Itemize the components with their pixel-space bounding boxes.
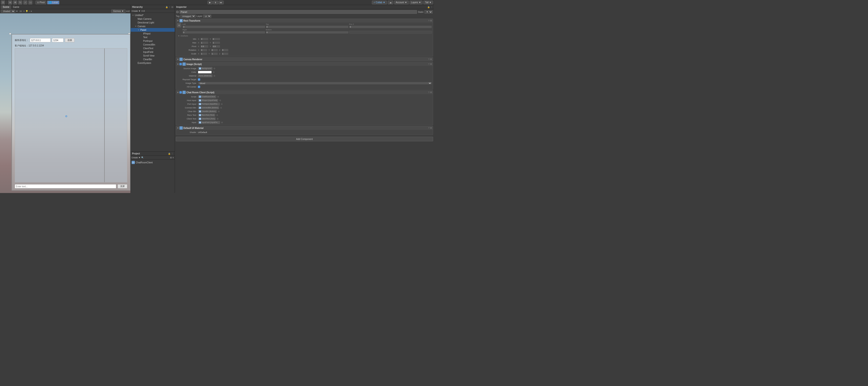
source-image-ref[interactable]: ▣ Background — [198, 67, 212, 70]
tree-item-main-camera[interactable]: Main Camera — [131, 17, 175, 21]
img-settings-icon[interactable]: ⚙ — [430, 63, 432, 65]
project-create[interactable]: Create ▼ — [132, 156, 141, 159]
canvas-renderer-header[interactable]: ▼ Canvas Renderer ? ⚙ — [176, 58, 433, 61]
tree-item-clienttext[interactable]: ClientText — [131, 46, 175, 50]
port-input-pick[interactable]: ⊙ — [221, 103, 223, 105]
tab-scene[interactable]: Scene — [1, 5, 11, 9]
source-image-pick[interactable]: ⊙ — [214, 67, 215, 70]
tree-item-inputfield[interactable]: InputField — [131, 50, 175, 54]
layers-dropdown[interactable]: Layers ▼ — [410, 1, 423, 4]
project-menu[interactable]: ⋮ — [171, 152, 173, 155]
rot-y-input[interactable] — [211, 49, 218, 51]
play-button[interactable]: ▶ — [208, 1, 213, 4]
ip-input[interactable] — [30, 38, 51, 42]
inspector-menu[interactable]: ⋮ — [431, 6, 433, 8]
tree-item-scroll-view[interactable]: Scroll View — [131, 54, 175, 58]
static-dropdown[interactable]: ▼ — [425, 10, 433, 13]
recv-text-pick[interactable]: ⊙ — [216, 114, 218, 116]
gizmos-button[interactable]: Gizmos ▼ — [112, 9, 125, 13]
rt-blueprint-btn[interactable] — [349, 31, 432, 34]
tree-item-untitled*[interactable]: ▼Untitled* — [131, 13, 175, 17]
tab-game[interactable]: Game — [11, 5, 21, 9]
material-ref[interactable]: None (Material) — [198, 74, 212, 77]
dum-settings-icon[interactable]: ⚙ — [430, 127, 432, 129]
tree-item-panel[interactable]: ▼Panel — [131, 28, 175, 32]
pivot-button[interactable]: ⊙ Pivot — [35, 1, 46, 4]
crc-help-icon[interactable]: ? — [428, 91, 429, 94]
dum-help-icon[interactable]: ? — [428, 127, 429, 129]
clear-button[interactable]: 清屏 — [118, 184, 127, 188]
tree-item-text[interactable]: Text — [131, 35, 175, 39]
raycast-checkbox[interactable]: ✓ — [198, 78, 200, 81]
scale-z-input[interactable] — [222, 52, 228, 55]
min-y-input[interactable] — [212, 38, 220, 40]
rot-z-input[interactable] — [222, 49, 228, 51]
crc-settings-icon[interactable]: ⚙ — [430, 91, 432, 94]
rt-top-input[interactable] — [266, 26, 349, 28]
cloud-button[interactable]: ☁ — [388, 1, 393, 4]
local-button[interactable]: 🌐 Local — [47, 1, 59, 4]
scale-x-input[interactable] — [200, 52, 207, 55]
input-pick[interactable]: ⊙ — [221, 121, 223, 124]
project-grid-icon[interactable]: ⊞ — [170, 156, 172, 159]
menu-icon[interactable]: ☰ — [1, 0, 5, 5]
layer-dropdown[interactable]: UI — [203, 15, 211, 18]
shaded-dropdown[interactable]: Shaded — [1, 10, 15, 13]
recv-text-ref[interactable]: ▣ RecvText (Text) — [198, 114, 215, 116]
tree-item-connectbtn[interactable]: ConnectBtn — [131, 43, 175, 46]
rect-transform-header[interactable]: ▼ ⊞ Rect Transform ? ⚙ — [176, 19, 433, 23]
tag-dropdown[interactable]: Untagged — [180, 15, 195, 18]
hierarchy-create[interactable]: Create ▼ — [132, 10, 141, 12]
active-checkbox[interactable] — [176, 11, 179, 13]
inspector-lock[interactable]: 🔒 — [427, 6, 430, 8]
add-component-button[interactable]: Add Component — [176, 137, 433, 141]
account-dropdown[interactable]: Account ▼ — [394, 1, 409, 4]
min-x-input[interactable] — [200, 38, 209, 40]
host-input-pick[interactable]: ⊙ — [219, 99, 221, 102]
pivot-x-input[interactable] — [200, 45, 209, 48]
image-script-header[interactable]: ▼ Image (Script) ? ⚙ — [176, 62, 433, 66]
layout-dropdown[interactable]: Tall ▼ — [424, 1, 433, 4]
list-item[interactable]: C# ChatRoomClient — [132, 161, 174, 165]
material-pick[interactable]: ⊙ — [214, 75, 215, 77]
tree-item-clearbtn[interactable]: ClearBtn — [131, 58, 175, 61]
port-input-ref[interactable]: ▣ PortInput (InputFiel... — [198, 103, 220, 105]
host-input-ref[interactable]: ▣ IPInput (InputField) — [198, 99, 218, 102]
chat-room-client-header[interactable]: ▼ Chat Room Client (Script) ? ⚙ — [176, 91, 433, 94]
client-text-pick[interactable]: ⊙ — [217, 118, 219, 120]
clear-btn-pick[interactable]: ⊙ — [218, 110, 220, 113]
clear-btn-ref[interactable]: ▣ ClearBtn (Button) — [198, 110, 217, 113]
scale-icon[interactable]: ⤢ — [23, 0, 27, 5]
color-swatch[interactable] — [198, 71, 212, 73]
connect-button[interactable]: 连接 — [65, 38, 74, 42]
rect-icon[interactable]: ▭ — [28, 0, 32, 5]
image-type-dropdown[interactable]: Sliced — [198, 82, 432, 84]
hierarchy-lock[interactable]: 🔒 — [165, 6, 168, 8]
tree-item-directional-light[interactable]: Directional Light — [131, 21, 175, 24]
scale-y-input[interactable] — [211, 52, 218, 55]
rotate-icon[interactable]: ↻ — [18, 0, 22, 5]
scene-icon[interactable]: ⊕ — [8, 0, 12, 5]
hierarchy-expand[interactable]: ⊡ — [172, 6, 173, 8]
move-icon[interactable]: ✥ — [13, 0, 17, 5]
project-list-icon[interactable]: ≡ — [173, 156, 174, 159]
cr-settings-icon[interactable]: ⚙ — [430, 58, 432, 61]
max-x-input[interactable] — [200, 41, 209, 44]
hierarchy-menu[interactable]: ⋮ — [169, 6, 171, 8]
anchor-preset-icon[interactable]: ⊡ — [177, 23, 181, 27]
rt-left-input[interactable] — [183, 26, 265, 28]
rt-settings-icon[interactable]: ⚙ — [430, 20, 432, 22]
rt-help-icon[interactable]: ? — [428, 20, 429, 22]
text-input[interactable] — [15, 184, 116, 188]
script-ref[interactable]: C# ChatRoomClient — [198, 95, 216, 98]
fill-center-checkbox[interactable]: ✓ — [198, 86, 200, 88]
port-input[interactable] — [52, 38, 63, 42]
rot-x-input[interactable] — [200, 49, 207, 51]
cr-help-icon[interactable]: ? — [428, 58, 429, 61]
rt-posz-input[interactable] — [349, 26, 432, 28]
connect-btn-ref[interactable]: ▣ ConnectBtn (Button) — [198, 106, 219, 109]
input-ref[interactable]: ▣ InputField (InputFie... — [198, 121, 220, 124]
connect-btn-pick[interactable]: ⊙ — [220, 107, 222, 109]
color-pick[interactable]: ⊙ — [213, 71, 215, 73]
default-ui-material-header[interactable]: ▼ Default UI Material ? ⚙ — [176, 126, 433, 130]
